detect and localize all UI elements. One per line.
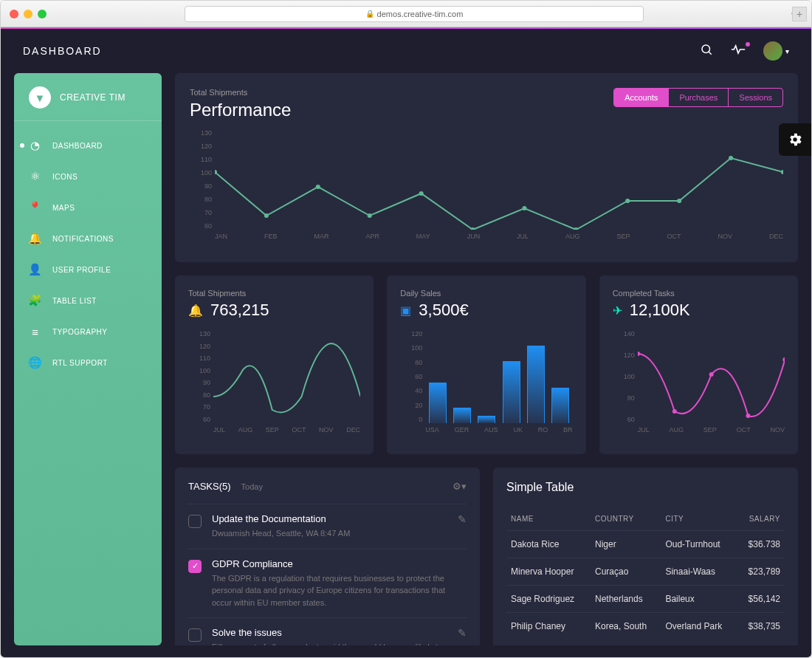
task-desc: Dwuamish Head, Seattle, WA 8:47 AM	[212, 527, 447, 540]
search-icon[interactable]	[700, 43, 713, 60]
sidebar-item-label: TYPOGRAPHY	[52, 328, 107, 336]
svg-point-14	[638, 352, 640, 356]
user-icon: 👤	[29, 263, 42, 276]
browser-toolbar: 🔒demos.creative-tim.com ⟳ +	[1, 1, 811, 27]
sidebar-item-label: RTL SUPPORT	[52, 359, 108, 367]
sidebar: ▼ CREATIVE TIM ◔DASHBOARD ⚛ICONS 📍MAPS 🔔…	[14, 73, 162, 645]
sidebar-item-maps[interactable]: 📍MAPS	[14, 192, 162, 223]
sales-chart: 120100806040200 USAGERAUSUKROBR	[400, 330, 572, 441]
th-country: COUNTRY	[591, 507, 661, 531]
user-menu[interactable]: ▾	[763, 41, 789, 61]
sidebar-item-label: MAPS	[52, 204, 75, 212]
sidebar-item-label: ICONS	[52, 173, 78, 181]
bell-icon: 🔔	[188, 304, 203, 318]
card-subtitle: Daily Sales	[400, 289, 572, 298]
task-checkbox[interactable]	[188, 515, 202, 528]
window-maximize-icon[interactable]	[38, 10, 47, 18]
svg-point-3	[264, 213, 269, 218]
task-desc: The GDPR is a regulation that requires b…	[212, 572, 467, 609]
tasks-title: TASKS(5)	[188, 481, 231, 492]
bell-icon: 🔔	[29, 232, 42, 245]
task-row: Update the DocumentationDwuamish Head, S…	[188, 504, 467, 549]
svg-point-11	[677, 199, 681, 203]
settings-fab[interactable]	[779, 123, 811, 156]
table-row: Dakota RiceNigerOud-Turnhout$36.738	[506, 531, 785, 558]
task-desc: Fifty percent of all respondents said th…	[212, 641, 447, 645]
tab-accounts[interactable]: Accounts	[614, 89, 669, 106]
shipments-card: Total Shipments 🔔763,215 130120110100908…	[175, 275, 374, 454]
notification-dot	[746, 42, 750, 47]
sidebar-item-label: USER PROFILE	[52, 266, 111, 274]
svg-point-12	[729, 156, 733, 160]
card-subtitle: Total Shipments	[190, 88, 291, 97]
lock-icon: 🔒	[365, 10, 374, 18]
brand-logo: ▼	[29, 86, 51, 109]
completed-tasks-card: Completed Tasks ✈12,100K 1401201008060 J…	[599, 275, 798, 454]
topbar: DASHBOARD ▾	[1, 29, 811, 73]
svg-point-10	[625, 199, 630, 203]
metric-value: 763,215	[210, 301, 269, 320]
sidebar-item-typography[interactable]: ≡TYPOGRAPHY	[14, 316, 162, 347]
avatar	[763, 41, 782, 61]
chevron-down-icon: ▾	[785, 47, 789, 55]
new-tab-button[interactable]: +	[792, 7, 807, 21]
gear-icon[interactable]: ⚙▾	[453, 481, 467, 492]
sidebar-item-rtl-support[interactable]: 🌐RTL SUPPORT	[14, 347, 162, 378]
sidebar-item-table-list[interactable]: 🧩TABLE LIST	[14, 285, 162, 316]
sidebar-item-dashboard[interactable]: ◔DASHBOARD	[14, 130, 162, 161]
svg-point-18	[782, 357, 785, 362]
window-minimize-icon[interactable]	[24, 10, 32, 18]
performance-chart: 13012011010090807060 JANFEBMARAPRMAYJUNJ…	[190, 129, 783, 247]
svg-point-13	[781, 170, 783, 174]
svg-point-9	[574, 227, 578, 230]
card-title: Performance	[190, 100, 291, 120]
task-row: Solve the issuesFifty percent of all res…	[188, 617, 467, 645]
delivery-icon: ▣	[400, 304, 411, 318]
url-bar[interactable]: 🔒demos.creative-tim.com	[185, 6, 644, 22]
brand-name: CREATIVE TIM	[60, 92, 125, 103]
metric-value: 3,500€	[419, 301, 468, 320]
chart-pie-icon: ◔	[29, 139, 42, 152]
puzzle-icon: 🧩	[29, 294, 42, 307]
sidebar-item-icons[interactable]: ⚛ICONS	[14, 161, 162, 192]
atom-icon: ⚛	[29, 170, 42, 183]
sidebar-item-label: NOTIFICATIONS	[52, 235, 114, 243]
brand[interactable]: ▼ CREATIVE TIM	[14, 86, 162, 121]
sales-card: Daily Sales ▣3,500€ 120100806040200 USAG…	[387, 275, 585, 454]
globe-icon: 🌐	[29, 356, 42, 369]
activity-icon[interactable]	[731, 44, 746, 58]
shipments-chart: 13012011010090807060 JULAUGSEPOCTNOVDEC	[188, 330, 360, 441]
card-subtitle: Completed Tasks	[613, 289, 785, 298]
task-row: ✓ GDPR ComplianceThe GDPR is a regulatio…	[188, 549, 467, 618]
task-title: Update the Documentation	[212, 513, 447, 524]
tasks-card: TASKS(5)Today ⚙▾ Update the Documentatio…	[175, 467, 480, 645]
chart-tab-group: Accounts Purchases Sessions	[613, 88, 783, 107]
tab-purchases[interactable]: Purchases	[669, 89, 729, 106]
completed-chart: 1401201008060 JULAUGSEPOCTNOV	[613, 330, 785, 441]
sidebar-item-label: DASHBOARD	[52, 142, 103, 150]
performance-card: Total Shipments Performance Accounts Pur…	[175, 73, 798, 262]
sidebar-item-label: TABLE LIST	[52, 297, 97, 305]
send-icon: ✈	[613, 304, 622, 318]
page-title: DASHBOARD	[23, 45, 102, 57]
task-checkbox[interactable]: ✓	[188, 560, 202, 573]
th-city: CITY	[661, 507, 737, 531]
svg-line-1	[709, 52, 712, 55]
align-icon: ≡	[29, 325, 42, 338]
metric-value: 12,100K	[630, 301, 690, 320]
edit-icon[interactable]: ✎	[458, 513, 467, 525]
table-row: Philip ChaneyKorea, SouthOverland Park$3…	[506, 613, 785, 640]
sidebar-item-notifications[interactable]: 🔔NOTIFICATIONS	[14, 223, 162, 254]
svg-point-16	[709, 372, 713, 377]
sidebar-item-user-profile[interactable]: 👤USER PROFILE	[14, 254, 162, 285]
edit-icon[interactable]: ✎	[458, 627, 467, 639]
task-title: GDPR Compliance	[212, 558, 467, 569]
task-checkbox[interactable]	[188, 628, 202, 642]
tab-sessions[interactable]: Sessions	[729, 89, 782, 106]
table-row: Sage RodriguezNetherlandsBaileux$56,142	[506, 586, 785, 613]
svg-point-4	[316, 185, 320, 189]
simple-table: NAME COUNTRY CITY SALARY Dakota RiceNige…	[506, 507, 785, 640]
table-title: Simple Table	[506, 481, 785, 494]
svg-point-17	[746, 414, 750, 418]
window-close-icon[interactable]	[10, 10, 18, 18]
